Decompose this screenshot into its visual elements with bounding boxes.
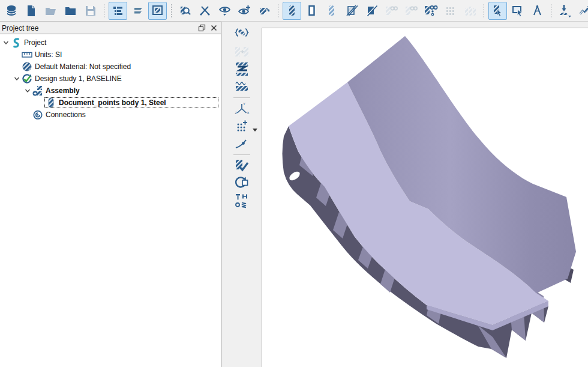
apply-check-button[interactable] — [232, 157, 251, 174]
body-icon — [46, 97, 56, 108]
toolbar-separator — [483, 4, 485, 18]
mask-icon — [404, 4, 418, 17]
point-grid-button[interactable] — [441, 2, 460, 20]
simsolid-logo-icon — [11, 37, 22, 48]
spot-weld-group-button[interactable] — [232, 26, 251, 43]
fasteners-icon — [234, 193, 250, 208]
new-document-button[interactable] — [22, 2, 40, 20]
project-tree-toggle-button[interactable] — [109, 2, 127, 20]
show-outline-button[interactable] — [302, 2, 321, 20]
svg-text:Z: Z — [235, 111, 238, 115]
section-view-button[interactable] — [255, 2, 274, 20]
viewport-toggle-button[interactable] — [148, 2, 167, 20]
apply-check-icon — [234, 159, 250, 173]
toolbar-separator — [233, 97, 250, 98]
save-button[interactable] — [81, 2, 100, 20]
new-document-icon — [25, 4, 38, 17]
tree-item-units[interactable]: Units: SI — [0, 49, 221, 61]
load-arrow-icon — [558, 4, 572, 18]
tree-item-connections[interactable]: Connections — [0, 109, 221, 121]
coordinate-axes-button[interactable]: YZX — [232, 100, 251, 117]
mask-icon — [384, 4, 398, 17]
show-hide-button[interactable] — [215, 2, 234, 20]
curve-point-icon — [234, 137, 250, 150]
apply-load-button[interactable] — [556, 2, 574, 20]
pick-box-button[interactable] — [508, 2, 527, 20]
expander-icon[interactable] — [1, 40, 11, 46]
point-grid-icon — [235, 119, 249, 133]
project-database-button[interactable] — [2, 2, 20, 20]
merge-parts-button[interactable] — [232, 43, 251, 60]
dropdown-caret-icon[interactable] — [253, 125, 257, 134]
panel-titlebar: Project tree — [0, 22, 221, 34]
workspace: YZX — [222, 22, 588, 367]
crossed-lines-icon — [199, 4, 212, 17]
expander-icon[interactable] — [12, 76, 22, 82]
seam-weld-button[interactable] — [232, 78, 251, 95]
unmask-parts-button[interactable] — [401, 2, 420, 20]
part-group-button[interactable] — [461, 2, 479, 20]
rotate-section-button[interactable] — [232, 175, 251, 192]
svg-text:X: X — [247, 111, 250, 115]
material-icon — [22, 61, 32, 72]
close-icon — [211, 25, 217, 31]
project-tree: Project Units: SI Default Material: Not … — [0, 34, 221, 121]
fasteners-button[interactable] — [232, 192, 251, 209]
find-part-button[interactable] — [176, 2, 194, 20]
top-toolbar — [0, 0, 588, 22]
curve-point-button[interactable] — [232, 135, 251, 152]
tree-item-project[interactable]: Project — [0, 37, 221, 49]
parts-trio-icon — [463, 4, 478, 17]
part-outline-icon — [305, 4, 319, 17]
selected-item-box: Document_points body 1, Steel — [44, 97, 218, 108]
pick-box-icon — [511, 4, 524, 17]
float-icon — [198, 24, 206, 32]
folder-icon — [64, 4, 77, 17]
design-study-icon — [22, 73, 32, 84]
model-3d[interactable] — [262, 28, 588, 367]
project-tree-panel: Project tree Project Units: SI Default M… — [0, 22, 221, 367]
database-icon — [5, 4, 18, 17]
measure-lines-button[interactable] — [196, 2, 214, 20]
tree-item-default-material[interactable]: Default Material: Not specified — [0, 61, 221, 73]
tree-item-assembly[interactable]: Assembly — [0, 85, 221, 97]
apply-twist-button[interactable] — [575, 2, 588, 20]
point-grid-button[interactable] — [232, 118, 251, 135]
folder-button[interactable] — [61, 2, 80, 20]
part-icon — [286, 4, 299, 17]
expander-icon[interactable] — [23, 88, 32, 94]
tree-item-design-study[interactable]: Design study 1, BASELINE — [0, 73, 221, 85]
mask-points-button[interactable] — [421, 2, 440, 20]
tree-item-label: Assembly — [43, 86, 80, 95]
viewport-3d[interactable] — [262, 28, 588, 367]
hide-outline-button[interactable] — [342, 2, 361, 20]
close-panel-button[interactable] — [208, 23, 219, 33]
find-part-icon — [179, 4, 192, 17]
float-panel-button[interactable] — [196, 23, 207, 33]
assembly-icon — [32, 85, 43, 96]
panel-title: Project tree — [2, 24, 195, 32]
show-part-button[interactable] — [283, 2, 301, 20]
tree-item-body[interactable]: Document_points body 1, Steel — [0, 97, 221, 109]
contact-stack-button[interactable] — [232, 61, 251, 77]
rotate-section-icon — [234, 175, 250, 191]
toolbar-separator — [277, 4, 279, 18]
merge-parts-icon — [234, 44, 250, 59]
list-icon — [112, 4, 125, 17]
grid-dots-icon — [444, 4, 457, 17]
twist-ribbon-icon — [578, 4, 588, 17]
open-folder-button[interactable] — [41, 2, 60, 20]
open-folder-icon — [44, 4, 58, 17]
mask-parts-button[interactable] — [382, 2, 400, 20]
section-view-icon — [258, 4, 271, 17]
pick-part-button[interactable] — [488, 2, 507, 20]
measure-button[interactable] — [528, 2, 547, 20]
add-view-button[interactable] — [235, 2, 254, 20]
coordinate-axes-icon: YZX — [234, 102, 250, 116]
show-transparent-button[interactable] — [322, 2, 341, 20]
svg-text:Y: Y — [243, 102, 245, 106]
bookmarks-button[interactable] — [128, 2, 147, 20]
part-outline-slash-icon — [345, 4, 358, 17]
hide-part-button[interactable] — [362, 2, 380, 20]
tree-item-label: Project — [22, 38, 46, 47]
